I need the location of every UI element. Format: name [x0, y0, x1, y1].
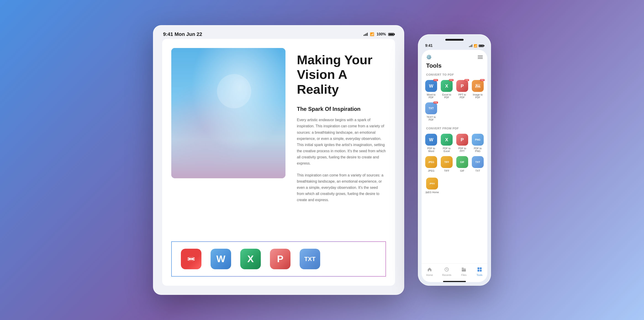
- iphone-header: ⚙️: [422, 50, 487, 62]
- recents-nav-label: Recents: [442, 274, 451, 276]
- pdf-badge: PDF: [449, 79, 454, 81]
- svg-rect-7: [462, 268, 464, 269]
- list-item[interactable]: P PDF PPT to PDF: [456, 80, 468, 99]
- list-item[interactable]: TXT TXT: [472, 156, 484, 172]
- nav-item-tools[interactable]: Tools: [476, 266, 483, 276]
- pdf-to-png-icon-wrap: PNG: [472, 134, 484, 146]
- iphone-bottom-nav: Home Recents: [422, 263, 487, 280]
- hamburger-menu-icon[interactable]: [478, 56, 483, 59]
- pdf-to-png-icon: PNG: [472, 134, 484, 146]
- excel-to-pdf-icon: X: [441, 80, 453, 92]
- ipad-main: Making Your Vision A Reality The Spark O…: [162, 39, 395, 234]
- pdf-to-word-label: PDF to Word: [425, 147, 437, 152]
- list-item[interactable]: W PDF to Word: [425, 134, 437, 152]
- list-item[interactable]: W PDF Word to PDF: [425, 80, 437, 99]
- image-to-pdf-label: Image to PDF: [472, 93, 484, 99]
- list-item[interactable]: GIF GIF: [456, 156, 468, 172]
- svg-rect-6: [462, 268, 466, 271]
- nav-item-recents[interactable]: Recents: [442, 266, 451, 276]
- nav-item-files[interactable]: Files: [460, 266, 467, 276]
- ipad-tool-icons-bar: W X P TXT: [171, 241, 386, 276]
- ipad-hero-image: [171, 48, 286, 178]
- list-item[interactable]: TXT PDF TEXT to PDF: [425, 102, 437, 121]
- ipad-txt-icon[interactable]: TXT: [300, 249, 320, 269]
- jpeg-home-label: JpEG Home: [425, 191, 439, 194]
- convert-from-pdf-label: CONVERT FROM PDF: [425, 127, 484, 130]
- battery-text: 100%: [376, 32, 386, 36]
- pdf-to-excel-label: PDF to Excel: [441, 147, 453, 152]
- txt-label: TXT: [476, 169, 480, 172]
- word-to-pdf-label: Word to PDF: [425, 93, 437, 99]
- ipad-content: Making Your Vision A Reality The Spark O…: [162, 39, 395, 286]
- pdf-to-ppt-icon-wrap: P: [456, 134, 468, 146]
- ipad-frame: 9:41 Mon Jun 22 📶 100%: [153, 25, 404, 295]
- list-item[interactable]: JPEG JpEG Home: [425, 178, 439, 194]
- signal-bars-icon: [364, 33, 368, 36]
- iphone-frame: 9:41 📶 ⚙️: [418, 34, 491, 286]
- iphone-body[interactable]: Tools CONVERT TO PDF W PDF Word to PDF: [422, 62, 487, 263]
- list-item[interactable]: JPEG JPEG: [425, 156, 437, 172]
- word-to-pdf-icon: W: [425, 80, 437, 92]
- convert-from-pdf-grid: W PDF to Word X PDF to Excel: [425, 134, 484, 172]
- iphone-time: 9:41: [425, 44, 432, 48]
- gear-icon[interactable]: ⚙️: [426, 54, 432, 60]
- nav-item-home[interactable]: Home: [426, 266, 433, 276]
- pdf-to-ppt-label: PDF to PPT: [456, 147, 468, 152]
- txt-to-pdf-label: TEXT to PDF: [425, 116, 437, 121]
- svg-rect-10: [478, 270, 479, 271]
- word-to-pdf-icon-wrap: W PDF: [425, 80, 437, 92]
- home-nav-label: Home: [426, 274, 433, 276]
- txt-to-pdf-icon: TXT: [425, 102, 437, 114]
- pdf-badge: PDF: [464, 79, 469, 81]
- ipad-merge-icon[interactable]: [181, 249, 202, 269]
- iphone-notch: [445, 39, 464, 41]
- ipad-status-right: 📶 100%: [364, 32, 394, 36]
- svg-rect-11: [480, 270, 482, 271]
- home-indicator: [443, 281, 466, 282]
- svg-rect-9: [480, 267, 482, 269]
- ipad-time: 9:41 Mon Jun 22: [163, 31, 202, 37]
- files-nav-label: Files: [461, 274, 466, 276]
- list-item[interactable]: TIFF TIFF: [441, 156, 453, 172]
- ipad-word-icon[interactable]: W: [210, 249, 231, 269]
- gif-label: GIF: [460, 169, 464, 172]
- ppt-to-pdf-icon-wrap: P PDF: [456, 80, 468, 92]
- jpeg-label: JPEG: [428, 169, 434, 172]
- txt-to-pdf-icon-wrap: TXT PDF: [425, 102, 437, 114]
- convert-to-pdf-label: CONVERT TO PDF: [425, 73, 484, 76]
- ipad-ppt-icon[interactable]: P: [270, 249, 290, 269]
- list-item[interactable]: P PDF to PPT: [456, 134, 468, 152]
- iphone-signal-icon: [469, 44, 472, 47]
- recents-nav-icon: [444, 266, 450, 273]
- tiff-label: TIFF: [444, 169, 449, 172]
- excel-to-pdf-icon-wrap: X PDF: [441, 80, 453, 92]
- tools-page-title: Tools: [425, 62, 484, 73]
- pdf-badge: PDF: [434, 79, 438, 81]
- ipad-excel-icon[interactable]: X: [240, 249, 261, 269]
- list-item[interactable]: X PDF Excel to PDF: [441, 80, 453, 99]
- tiff-icon: TIFF: [441, 156, 453, 168]
- files-nav-icon: [460, 266, 467, 273]
- ipad-status-bar: 9:41 Mon Jun 22 📶 100%: [158, 30, 400, 39]
- svg-rect-8: [478, 267, 479, 269]
- section-body-2: This inspiration can come from a variety…: [297, 172, 386, 203]
- list-item[interactable]: X PDF to Excel: [441, 134, 453, 152]
- section-title: The Spark Of Inspiration: [297, 106, 386, 112]
- devices-container: 9:41 Mon Jun 22 📶 100%: [153, 25, 491, 295]
- image-to-pdf-icon-wrap: PDF: [472, 80, 484, 92]
- pdf-to-ppt-icon: P: [456, 134, 468, 146]
- pdf-to-word-icon-wrap: W: [425, 134, 437, 146]
- water-splash-overlay: [171, 48, 286, 178]
- txt-icon: TXT: [472, 156, 484, 168]
- iphone-status-icons: 📶: [469, 44, 484, 48]
- list-item[interactable]: PNG PDF to PNG: [472, 134, 484, 152]
- ppt-to-pdf-label: PPT to PDF: [456, 93, 468, 99]
- partial-row: JPEG JpEG Home: [425, 178, 484, 194]
- pdf-to-excel-icon: X: [441, 134, 453, 146]
- list-item[interactable]: PDF Image to PDF: [472, 80, 484, 99]
- jpeg-home-icon: JPEG: [426, 178, 438, 189]
- jpeg-icon: JPEG: [425, 156, 437, 168]
- main-title: Making Your Vision A Reality: [297, 53, 386, 97]
- tools-nav-icon: [476, 266, 483, 273]
- svg-point-4: [476, 85, 477, 86]
